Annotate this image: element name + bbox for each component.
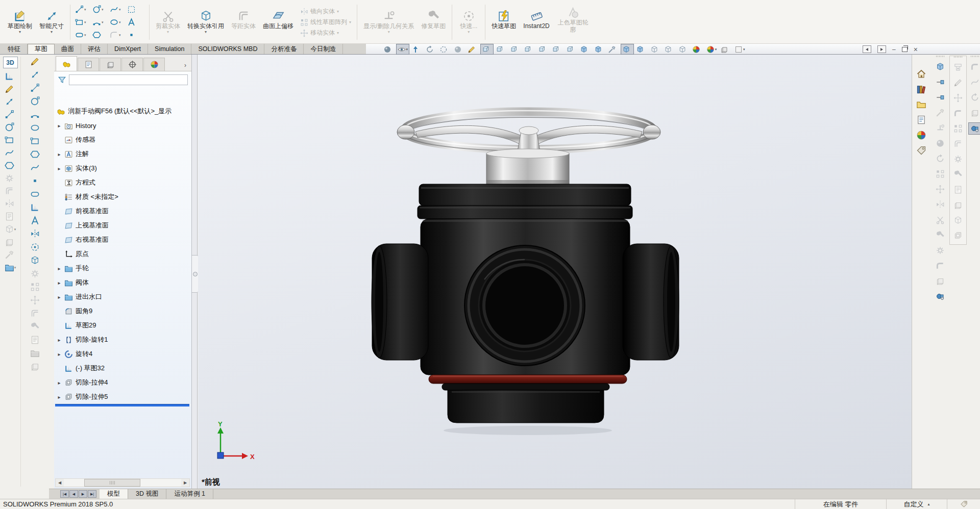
tree-item[interactable]: ▸ 切除-拉伸5 <box>56 390 190 404</box>
arc-tool[interactable]: ▾ <box>92 16 110 29</box>
tree-item[interactable]: ▸ 切除-旋转1 <box>56 333 190 347</box>
toolbar-gear-icon[interactable]: ▾ <box>30 269 42 278</box>
left-cube-icon[interactable]: ▾ <box>5 224 16 234</box>
display-delete-relations-button[interactable]: 显示/删除几何关系 ▾ <box>360 9 418 35</box>
tab-simulation[interactable]: Simulation <box>148 44 191 54</box>
tab-features[interactable]: 特征 <box>1 44 28 54</box>
rt2-prism-icon[interactable] <box>952 199 964 211</box>
toolbar-circle-icon[interactable]: ▾ <box>30 96 42 106</box>
toolbar-slot-icon[interactable]: ▾ <box>30 189 42 199</box>
tab-scroll-button[interactable]: ◀ <box>69 490 78 498</box>
tree-item[interactable]: ▸ 旋转4 <box>56 347 190 361</box>
toolbar-offset-icon[interactable]: ▾ <box>30 309 42 318</box>
display-style-icon[interactable]: ▾ <box>621 44 634 55</box>
tree-item[interactable]: ▸ 实体(3) <box>56 161 190 175</box>
linear-sketch-pattern-button[interactable]: 线性草图阵列 ▾ <box>300 18 351 27</box>
close-button[interactable]: × <box>914 46 918 53</box>
left-pencil-icon[interactable]: ▾ <box>5 84 16 94</box>
left-circle-icon[interactable]: ▾ <box>5 122 16 132</box>
tab-dimxpert[interactable]: DimXpert <box>108 44 148 54</box>
rt-trim-icon[interactable] <box>934 214 946 225</box>
tree-item[interactable]: ▸ 注解 <box>56 147 190 161</box>
expand-arrow-icon[interactable]: ▸ <box>57 337 62 343</box>
tab-scroll-button[interactable]: |◀ <box>60 490 69 498</box>
rt-cube-icon[interactable] <box>934 61 946 72</box>
scroll-right-icon[interactable]: ▶ <box>181 479 189 487</box>
restore-button[interactable] <box>902 47 908 52</box>
toolbar-pattern-icon[interactable]: ▾ <box>30 282 42 292</box>
toolbar-rectangle-icon[interactable]: ▾ <box>30 136 42 146</box>
left-spline-icon[interactable]: ▾ <box>5 148 16 158</box>
left-sheet-icon[interactable]: ▾ <box>5 212 16 221</box>
shaded-sketch-contours-button[interactable]: 上色草图轮廓 ▾ <box>553 6 593 39</box>
rt2-offset-icon[interactable] <box>952 138 964 149</box>
rt2-wrench-icon[interactable] <box>952 169 964 180</box>
tree-item[interactable]: ▸ (-) 草图32 <box>56 361 190 375</box>
zoom-area-icon[interactable]: ▾ <box>438 44 452 55</box>
toolbar-snaps-icon[interactable]: ▾ <box>30 242 42 252</box>
spline-tool[interactable]: ▾ <box>110 3 127 16</box>
tab-scroll-button[interactable]: ▶| <box>88 490 96 498</box>
tab-scroll-button[interactable]: ▶ <box>79 490 87 498</box>
quick-snaps-button[interactable]: 快速... ▾ <box>455 9 482 35</box>
minimize-button[interactable]: – <box>892 47 896 52</box>
rt-pipe-icon[interactable] <box>934 260 946 271</box>
convert-entities-button[interactable]: 转换实体引用 ▾ <box>184 9 228 35</box>
tree-filter-input[interactable] <box>69 74 188 85</box>
scroll-left-icon[interactable]: ◀ <box>56 479 64 487</box>
tree-item[interactable]: ▸ 材质 <未指定> <box>56 190 190 204</box>
expand-arrow-icon[interactable]: ▸ <box>57 266 62 271</box>
sketch-fillet-tool[interactable]: ▾ <box>110 29 127 41</box>
offset-on-surface-button[interactable]: 曲面上偏移 ▾ <box>259 9 297 35</box>
rt2-cube-icon[interactable] <box>952 215 964 226</box>
expand-arrow-icon[interactable]: ▸ <box>57 394 62 400</box>
tree-item[interactable]: ▸ 右视基准面 <box>56 233 190 247</box>
mirror-entities-button[interactable]: 镜向实体 ▾ <box>300 7 351 16</box>
tree-item[interactable]: ▸ 进出水口 <box>56 290 190 304</box>
surface-region-tool[interactable]: ▾ <box>127 3 144 16</box>
move-entities-button[interactable]: 移动实体 ▾ <box>300 29 351 37</box>
tab-solidworks-mbd[interactable]: SOLIDWORKS MBD <box>191 44 264 54</box>
tab-analysis-prep[interactable]: 分析准备 <box>264 44 304 54</box>
view-settings-icon[interactable]: ▾ <box>705 44 719 55</box>
rt2-pencil-icon[interactable] <box>952 77 964 88</box>
tree-item[interactable]: ▸ 切除-拉伸4 <box>56 375 190 390</box>
design-library-icon[interactable] <box>916 84 926 94</box>
view-selector-icon[interactable]: ▾ <box>733 44 747 55</box>
top-view-icon[interactable]: ▾ <box>550 44 564 55</box>
left-dimension-icon[interactable]: ▾ <box>5 97 16 107</box>
tree-item[interactable]: ▸ 上视基准面 <box>56 218 190 233</box>
left-prism-icon[interactable]: ▾ <box>5 237 16 247</box>
rt3-spline-icon[interactable] <box>969 77 980 88</box>
expand-arrow-icon[interactable]: ▸ <box>57 166 62 171</box>
rt2-pattern-icon[interactable] <box>952 123 964 134</box>
rt-dropper-icon[interactable] <box>934 107 946 118</box>
collapse-panel-left-icon[interactable] <box>863 45 871 53</box>
toolbar-polygon-icon[interactable]: ▾ <box>30 149 42 159</box>
smart-dimension-button[interactable]: 智能尺寸 ▾ <box>36 9 67 35</box>
edit-appearance-icon[interactable]: ▾ <box>466 44 480 55</box>
rapid-sketch-button[interactable]: 快速草图 ▾ <box>488 9 520 35</box>
toolbar-pencil-icon[interactable]: ▾ <box>30 57 42 66</box>
rt-slider1-icon[interactable] <box>934 77 946 88</box>
trimetric-view-icon[interactable]: ▾ <box>593 44 606 55</box>
repair-sketch-button[interactable]: 修复草图 ▾ <box>418 9 449 35</box>
toolbar-spline-icon[interactable]: ▾ <box>30 163 42 172</box>
configurationmanager-tab[interactable] <box>100 58 121 71</box>
appearances-scenes-icon[interactable] <box>916 130 926 140</box>
wireframe-icon[interactable]: ▾ <box>677 44 691 55</box>
rt2-move-icon[interactable] <box>952 92 964 104</box>
rt2-gear-icon[interactable] <box>952 154 964 165</box>
rt-prism-icon[interactable] <box>934 275 946 287</box>
point-tool[interactable]: ▾ <box>127 29 144 41</box>
left-view-icon[interactable]: ▾ <box>522 44 536 55</box>
section-view-icon[interactable]: ▾ <box>719 44 732 55</box>
toolbar-folder-icon[interactable]: ▾ <box>30 348 42 358</box>
hidden-lines-removed-icon[interactable]: ▾ <box>663 44 676 55</box>
rt2-cutextrude-icon[interactable] <box>952 230 964 241</box>
expand-arrow-icon[interactable]: ▸ <box>57 151 62 157</box>
expand-arrow-icon[interactable]: ▸ <box>57 351 62 357</box>
view-orientation-icon[interactable]: ▾ <box>480 44 494 55</box>
rt-relations-icon[interactable] <box>934 122 946 134</box>
tab-evaluate[interactable]: 评估 <box>81 44 108 54</box>
